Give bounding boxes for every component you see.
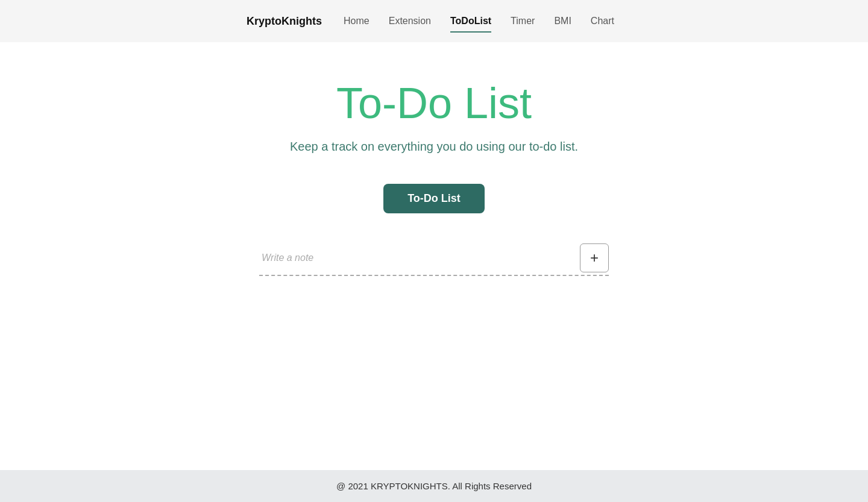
navbar: KryptoKnights Home Extension ToDoList Ti… — [0, 0, 868, 42]
nav-link-extension[interactable]: Extension — [382, 11, 438, 31]
nav-brand[interactable]: KryptoKnights — [247, 15, 322, 28]
todolist-button[interactable]: To-Do List — [383, 184, 485, 213]
page-subtitle: Keep a track on everything you do using … — [290, 140, 578, 154]
footer: @ 2021 KRYPTOKNIGHTS. All Rights Reserve… — [0, 470, 868, 502]
note-input[interactable] — [259, 243, 575, 272]
nav-link-home[interactable]: Home — [336, 11, 377, 31]
nav-link-todolist[interactable]: ToDoList — [443, 11, 498, 31]
note-input-area: + — [259, 243, 609, 276]
nav-link-timer[interactable]: Timer — [503, 11, 542, 31]
nav-link-chart[interactable]: Chart — [583, 11, 621, 31]
add-note-button[interactable]: + — [580, 243, 609, 272]
footer-text: @ 2021 KRYPTOKNIGHTS. All Rights Reserve… — [336, 481, 532, 491]
page-title: To-Do List — [336, 78, 532, 128]
nav-link-bmi[interactable]: BMI — [547, 11, 578, 31]
main-content: To-Do List Keep a track on everything yo… — [0, 42, 868, 470]
